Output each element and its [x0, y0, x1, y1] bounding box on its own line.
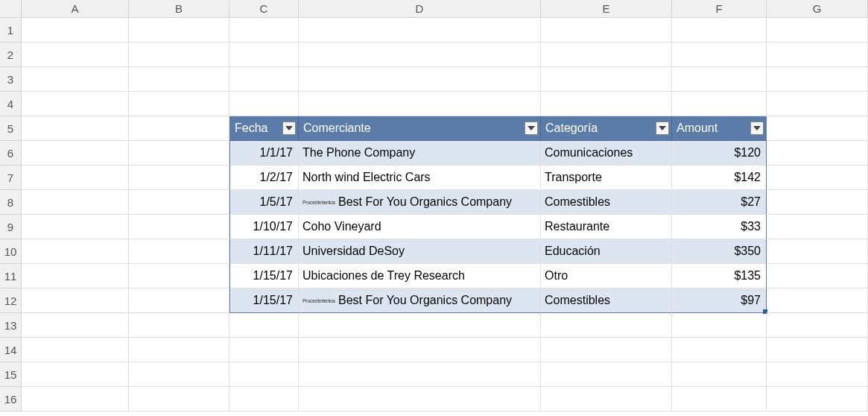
cell-F9[interactable]: $33: [672, 215, 767, 239]
cell-G13[interactable]: [767, 313, 868, 338]
filter-dropdown-icon[interactable]: [525, 122, 538, 135]
cell-B13[interactable]: [129, 313, 229, 338]
cell-F12[interactable]: $97: [672, 289, 767, 313]
cell-D4[interactable]: [299, 92, 541, 116]
cell-C3[interactable]: [229, 67, 299, 92]
cell-G3[interactable]: [767, 67, 868, 92]
row-header-2[interactable]: 2: [0, 42, 22, 67]
row-header-12[interactable]: 12: [0, 289, 22, 313]
row-header-6[interactable]: 6: [0, 141, 22, 166]
cell-D3[interactable]: [299, 67, 541, 92]
row-header-3[interactable]: 3: [0, 67, 22, 92]
cell-E13[interactable]: [541, 313, 672, 338]
cell-E7[interactable]: Transporte: [541, 166, 672, 190]
cell-B8[interactable]: [129, 190, 229, 215]
cell-C9[interactable]: 1/10/17: [229, 215, 299, 239]
cell-F13[interactable]: [672, 313, 767, 338]
cell-G9[interactable]: [767, 215, 868, 239]
cell-C11[interactable]: 1/15/17: [229, 264, 299, 289]
cell-B9[interactable]: [129, 215, 229, 239]
cell-B12[interactable]: [129, 289, 229, 313]
cell-D7[interactable]: North wind Electric Cars: [299, 166, 541, 190]
cell-A11[interactable]: [22, 264, 129, 289]
cell-D10[interactable]: Universidad DeSoy: [299, 239, 541, 264]
cell-F15[interactable]: [672, 362, 767, 387]
cell-B4[interactable]: [129, 92, 229, 116]
cell-C15[interactable]: [229, 362, 299, 387]
cell-C13[interactable]: [229, 313, 299, 338]
cell-C7[interactable]: 1/2/17: [229, 166, 299, 190]
cell-F7[interactable]: $142: [672, 166, 767, 190]
filter-dropdown-icon[interactable]: [282, 122, 296, 135]
cell-E9[interactable]: Restaurante: [541, 215, 672, 239]
cell-D2[interactable]: [299, 42, 541, 67]
cell-A6[interactable]: [22, 141, 129, 166]
cell-C1[interactable]: [229, 18, 299, 42]
row-header-4[interactable]: 4: [0, 92, 22, 116]
cell-D14[interactable]: [299, 338, 541, 362]
cell-A1[interactable]: [22, 18, 129, 42]
column-header-g[interactable]: G: [767, 0, 868, 18]
cell-B3[interactable]: [129, 67, 229, 92]
cell-E1[interactable]: [541, 18, 672, 42]
cell-B16[interactable]: [129, 387, 229, 412]
cell-E4[interactable]: [541, 92, 672, 116]
column-header-a[interactable]: A: [22, 0, 129, 18]
cell-D5[interactable]: Comerciante: [299, 116, 541, 141]
cell-E11[interactable]: Otro: [541, 264, 672, 289]
cell-F16[interactable]: [672, 387, 767, 412]
cell-G12[interactable]: [767, 289, 868, 313]
cell-F5[interactable]: Amount: [672, 116, 767, 141]
cell-D8[interactable]: ProcedimientosBest For You Organics Comp…: [299, 190, 541, 215]
cell-B10[interactable]: [129, 239, 229, 264]
cell-G14[interactable]: [767, 338, 868, 362]
cell-E2[interactable]: [541, 42, 672, 67]
row-header-11[interactable]: 11: [0, 264, 22, 289]
cell-D6[interactable]: The Phone Company: [299, 141, 541, 166]
row-header-7[interactable]: 7: [0, 166, 22, 190]
cell-B6[interactable]: [129, 141, 229, 166]
cell-E5[interactable]: Categoría: [541, 116, 672, 141]
cell-A13[interactable]: [22, 313, 129, 338]
cell-D12[interactable]: ProcedimientosBest For You Organics Comp…: [299, 289, 541, 313]
cell-B5[interactable]: [129, 116, 229, 141]
column-header-f[interactable]: F: [672, 0, 767, 18]
cell-A8[interactable]: [22, 190, 129, 215]
cell-F4[interactable]: [672, 92, 767, 116]
cell-G16[interactable]: [767, 387, 868, 412]
cell-G4[interactable]: [767, 92, 868, 116]
cell-E12[interactable]: Comestibles: [541, 289, 672, 313]
column-header-b[interactable]: B: [129, 0, 229, 18]
cell-F3[interactable]: [672, 67, 767, 92]
row-header-9[interactable]: 9: [0, 215, 22, 239]
cell-F6[interactable]: $120: [672, 141, 767, 166]
column-header-d[interactable]: D: [299, 0, 541, 18]
cell-B15[interactable]: [129, 362, 229, 387]
cell-D15[interactable]: [299, 362, 541, 387]
cell-A3[interactable]: [22, 67, 129, 92]
cell-G2[interactable]: [767, 42, 868, 67]
cell-D1[interactable]: [299, 18, 541, 42]
select-all-corner[interactable]: [0, 0, 22, 18]
cell-B1[interactable]: [129, 18, 229, 42]
cell-F2[interactable]: [672, 42, 767, 67]
cell-F11[interactable]: $135: [672, 264, 767, 289]
cell-C2[interactable]: [229, 42, 299, 67]
cell-G10[interactable]: [767, 239, 868, 264]
cell-F10[interactable]: $350: [672, 239, 767, 264]
cell-C5[interactable]: Fecha: [229, 116, 299, 141]
cell-C6[interactable]: 1/1/17: [229, 141, 299, 166]
row-header-16[interactable]: 16: [0, 387, 22, 412]
cell-A14[interactable]: [22, 338, 129, 362]
cell-G5[interactable]: [767, 116, 868, 141]
cell-B2[interactable]: [129, 42, 229, 67]
cell-G8[interactable]: [767, 190, 868, 215]
cell-C10[interactable]: 1/11/17: [229, 239, 299, 264]
column-header-c[interactable]: C: [229, 0, 299, 18]
cell-F14[interactable]: [672, 338, 767, 362]
cell-G1[interactable]: [767, 18, 868, 42]
cell-B7[interactable]: [129, 166, 229, 190]
cell-D13[interactable]: [299, 313, 541, 338]
row-header-8[interactable]: 8: [0, 190, 22, 215]
cell-C16[interactable]: [229, 387, 299, 412]
